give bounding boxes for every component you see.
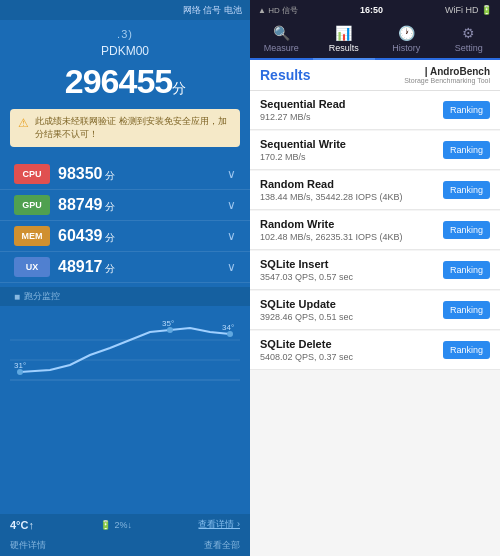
warning-text: 此成绩未经联网验证 检测到安装免安全应用，加分结果不认可！ xyxy=(35,115,232,141)
monitor-label: ■ 跑分监控 xyxy=(0,287,250,306)
gpu-value: 88749 分 xyxy=(58,196,227,214)
mem-chevron: ∨ xyxy=(227,229,236,243)
result-name-sqlite-delete: SQLite Delete xyxy=(260,338,443,350)
right-nav: 🔍 Measure 📊 Results 🕐 History ⚙ Setting xyxy=(250,20,500,60)
hardware-link[interactable]: 硬件详情 xyxy=(10,539,46,552)
temperature-item: 4°C↑ xyxy=(10,519,34,531)
result-sqlite-update: SQLite Update 3928.46 QPS, 0.51 sec Rank… xyxy=(250,291,500,330)
result-sequential-write: Sequential Write 170.2 MB/s Ranking xyxy=(250,131,500,170)
left-status-icons: 网络 信号 电池 xyxy=(183,4,242,17)
result-value-sqlite-delete: 5408.02 QPS, 0.37 sec xyxy=(260,352,443,362)
temperature-value: 4°C↑ xyxy=(10,519,34,531)
cpu-chevron: ∨ xyxy=(227,167,236,181)
result-info-random-read: Random Read 138.44 MB/s, 35442.28 IOPS (… xyxy=(260,178,443,202)
performance-chart: 31° 35° 34° xyxy=(10,310,240,390)
result-name-sequential-read: Sequential Read xyxy=(260,98,443,110)
cpu-value: 98350 分 xyxy=(58,165,227,183)
result-info-sequential-write: Sequential Write 170.2 MB/s xyxy=(260,138,443,162)
result-name-sqlite-insert: SQLite Insert xyxy=(260,258,443,270)
androbench-sub: Storage Benchmarking Tool xyxy=(404,77,490,84)
androbench-name: | AndroBench xyxy=(425,66,490,77)
right-panel: ▲ HD 信号 16:50 WiFi HD 🔋 🔍 Measure 📊 Resu… xyxy=(250,0,500,556)
androbench-logo: | AndroBench Storage Benchmarking Tool xyxy=(404,66,490,84)
history-icon: 🕐 xyxy=(398,25,415,41)
gpu-chevron: ∨ xyxy=(227,198,236,212)
nav-results[interactable]: 📊 Results xyxy=(313,20,376,60)
nav-setting-label: Setting xyxy=(455,43,483,53)
left-score-unit: 分 xyxy=(172,80,185,96)
result-info-sqlite-update: SQLite Update 3928.46 QPS, 0.51 sec xyxy=(260,298,443,322)
metric-row-cpu[interactable]: CPU 98350 分 ∨ xyxy=(0,159,250,190)
cpu-badge: CPU xyxy=(14,164,50,184)
ranking-btn-sqlite-update[interactable]: Ranking xyxy=(443,301,490,319)
result-value-random-read: 138.44 MB/s, 35442.28 IOPS (4KB) xyxy=(260,192,443,202)
result-name-sqlite-update: SQLite Update xyxy=(260,298,443,310)
gpu-badge: GPU xyxy=(14,195,50,215)
left-panel: 网络 信号 电池 .3) PDKM00 296455分 ⚠ 此成绩未经联网验证 … xyxy=(0,0,250,556)
result-name-random-read: Random Read xyxy=(260,178,443,190)
ranking-btn-sqlite-insert[interactable]: Ranking xyxy=(443,261,490,279)
nav-measure-label: Measure xyxy=(264,43,299,53)
left-warning: ⚠ 此成绩未经联网验证 检测到安装免安全应用，加分结果不认可！ xyxy=(10,109,240,147)
chart-area: 31° 35° 34° xyxy=(0,306,250,514)
result-name-sequential-write: Sequential Write xyxy=(260,138,443,150)
nav-setting[interactable]: ⚙ Setting xyxy=(438,20,501,58)
nav-measure[interactable]: 🔍 Measure xyxy=(250,20,313,58)
result-info-sequential-read: Sequential Read 912.27 MB/s xyxy=(260,98,443,122)
metric-row-gpu[interactable]: GPU 88749 分 ∨ xyxy=(0,190,250,221)
result-random-write: Random Write 102.48 MB/s, 26235.31 IOPS … xyxy=(250,211,500,250)
left-score: 296455分 xyxy=(0,62,250,101)
monitor-icon: ■ xyxy=(14,291,20,302)
nav-history-label: History xyxy=(392,43,420,53)
result-value-sqlite-update: 3928.46 QPS, 0.51 sec xyxy=(260,312,443,322)
mem-value: 60439 分 xyxy=(58,227,227,245)
left-footer: 硬件详情 查看全部 xyxy=(0,535,250,556)
ux-badge: UX xyxy=(14,257,50,277)
result-value-sequential-write: 170.2 MB/s xyxy=(260,152,443,162)
results-title: Results xyxy=(260,67,311,83)
monitor-label-text: 跑分监控 xyxy=(24,290,60,303)
mem-unit: 分 xyxy=(103,232,116,243)
results-header: Results | AndroBench Storage Benchmarkin… xyxy=(250,60,500,91)
metric-row-ux[interactable]: UX 48917 分 ∨ xyxy=(0,252,250,283)
result-name-random-write: Random Write xyxy=(260,218,443,230)
nav-history[interactable]: 🕐 History xyxy=(375,20,438,58)
svg-text:34°: 34° xyxy=(222,323,234,332)
battery-item: 🔋 2%↓ xyxy=(100,520,132,530)
result-sqlite-insert: SQLite Insert 3547.03 QPS, 0.57 sec Rank… xyxy=(250,251,500,290)
measure-icon: 🔍 xyxy=(273,25,290,41)
result-value-sqlite-insert: 3547.03 QPS, 0.57 sec xyxy=(260,272,443,282)
metric-row-mem[interactable]: MEM 60439 分 ∨ xyxy=(0,221,250,252)
right-status-time: 16:50 xyxy=(360,5,383,15)
nav-results-label: Results xyxy=(329,43,359,53)
ranking-btn-sequential-write[interactable]: Ranking xyxy=(443,141,490,159)
result-value-random-write: 102.48 MB/s, 26235.31 IOPS (4KB) xyxy=(260,232,443,242)
battery-icon: 🔋 xyxy=(100,520,111,530)
result-sqlite-delete: SQLite Delete 5408.02 QPS, 0.37 sec Rank… xyxy=(250,331,500,370)
ranking-btn-sqlite-delete[interactable]: Ranking xyxy=(443,341,490,359)
ux-unit: 分 xyxy=(103,263,116,274)
result-sequential-read: Sequential Read 912.27 MB/s Ranking xyxy=(250,91,500,130)
result-random-read: Random Read 138.44 MB/s, 35442.28 IOPS (… xyxy=(250,171,500,210)
result-info-random-write: Random Write 102.48 MB/s, 26235.31 IOPS … xyxy=(260,218,443,242)
svg-text:35°: 35° xyxy=(162,319,174,328)
result-info-sqlite-insert: SQLite Insert 3547.03 QPS, 0.57 sec xyxy=(260,258,443,282)
cpu-unit: 分 xyxy=(103,170,116,181)
mem-badge: MEM xyxy=(14,226,50,246)
right-status-icons-right: WiFi HD 🔋 xyxy=(445,5,492,15)
ranking-btn-sequential-read[interactable]: Ranking xyxy=(443,101,490,119)
results-list: Sequential Read 912.27 MB/s Ranking Sequ… xyxy=(250,91,500,556)
warning-icon: ⚠ xyxy=(18,116,29,130)
results-icon: 📊 xyxy=(335,25,352,41)
metrics-list: CPU 98350 分 ∨ GPU 88749 分 ∨ MEM 60439 分 … xyxy=(0,159,250,283)
ranking-btn-random-read[interactable]: Ranking xyxy=(443,181,490,199)
left-bottom-bar: 4°C↑ 🔋 2%↓ 查看详情 › xyxy=(0,514,250,535)
svg-text:31°: 31° xyxy=(14,361,26,370)
ranking-btn-random-write[interactable]: Ranking xyxy=(443,221,490,239)
battery-value: 2%↓ xyxy=(114,520,132,530)
left-app-name: .3) xyxy=(0,28,250,40)
ux-chevron: ∨ xyxy=(227,260,236,274)
more-link[interactable]: 查看详情 › xyxy=(198,518,240,531)
ux-value: 48917 分 xyxy=(58,258,227,276)
view-all-link[interactable]: 查看全部 xyxy=(204,539,240,552)
